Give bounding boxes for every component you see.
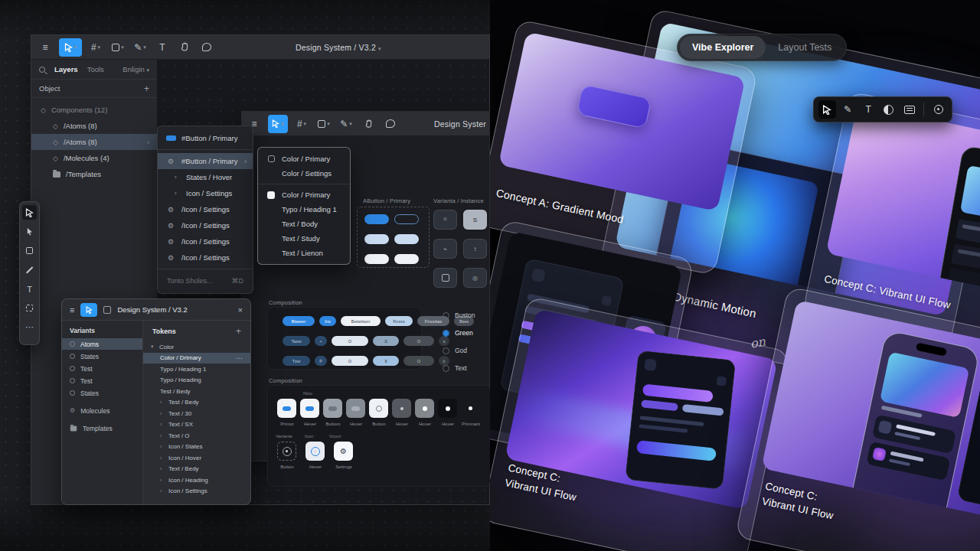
variant-tile[interactable]: ◎ bbox=[463, 268, 487, 288]
token-item[interactable]: ›Icon / Hover bbox=[143, 452, 250, 464]
token-item[interactable]: ›Test / Bedy bbox=[143, 397, 250, 409]
button-variant[interactable] bbox=[364, 214, 389, 224]
rail-item-test[interactable]: Test bbox=[62, 363, 142, 374]
shape-tool-button[interactable]: ▾ bbox=[315, 115, 332, 133]
variant-tile[interactable]: ⌗ bbox=[433, 210, 457, 230]
state-tile[interactable] bbox=[346, 399, 365, 418]
token-item-selected[interactable]: Color / Drimary⋯ bbox=[143, 353, 250, 364]
state-tile[interactable] bbox=[461, 399, 480, 418]
document-title[interactable]: Design System / V3.2 ▾ bbox=[296, 43, 381, 52]
pen-tool-button[interactable]: ✎▾ bbox=[132, 38, 149, 57]
comp-chip[interactable]: Rosss bbox=[385, 316, 413, 326]
menu-item-icon-settings[interactable]: ⚙/Icon / Settings bbox=[158, 217, 253, 233]
variant-tile[interactable] bbox=[433, 268, 457, 288]
rail-item-atoms[interactable]: Atoms bbox=[62, 338, 142, 350]
shape-tool-button[interactable]: ▾ bbox=[109, 38, 126, 57]
rectangle-tool-button[interactable] bbox=[22, 243, 37, 258]
comp-chip[interactable]: O bbox=[332, 356, 368, 366]
comp-chip[interactable]: Btween bbox=[283, 316, 315, 326]
menu-item-icon-settings[interactable]: ›Icon / Settings bbox=[158, 185, 253, 201]
state-tile[interactable] bbox=[438, 399, 457, 418]
comp-chip[interactable]: Betwrtson bbox=[341, 316, 381, 326]
token-item[interactable]: ›Icon / Settings bbox=[143, 486, 250, 497]
pencil-tool-button[interactable]: ✎ bbox=[839, 100, 857, 119]
toggle-layout-tests[interactable]: Layout Tests bbox=[766, 36, 844, 59]
submenu-item-text-lienon[interactable]: Text / Lienon bbox=[258, 246, 350, 260]
token-item[interactable]: Test / Bedy bbox=[143, 386, 250, 397]
tree-item-molecules[interactable]: ◇/Molecules (4) bbox=[31, 150, 157, 166]
rail-item-molecules[interactable]: ⚙Molecules bbox=[62, 405, 142, 416]
tree-item-templates[interactable]: /Templates bbox=[31, 166, 157, 182]
menu-item-icon-settings[interactable]: ⚙/Icon / Settings bbox=[158, 201, 253, 217]
more-tools-button[interactable]: ⋯ bbox=[22, 320, 37, 334]
submenu-item-color-primary-2[interactable]: Color / Primary bbox=[258, 187, 350, 202]
state-tile[interactable] bbox=[392, 399, 411, 418]
comment-tool-button[interactable] bbox=[198, 38, 215, 57]
submenu-item-text-body[interactable]: Text / Body bbox=[258, 217, 350, 231]
marquee-tool-button[interactable] bbox=[22, 301, 37, 315]
submenu-item-color-primary[interactable]: Color / Primary bbox=[258, 152, 350, 166]
state-tile[interactable] bbox=[300, 399, 319, 418]
radio-option[interactable]: Buston bbox=[443, 311, 475, 319]
comp-chip[interactable]: Tzet bbox=[283, 356, 310, 366]
more-icon[interactable]: ⋯ bbox=[236, 354, 243, 362]
token-item[interactable]: ›Text / Bedy bbox=[143, 464, 250, 475]
settings-button[interactable] bbox=[929, 100, 947, 119]
menu-item-states-hover[interactable]: ›States / Hover bbox=[158, 169, 253, 185]
submenu-item-color-settings[interactable]: Color / Settings bbox=[258, 166, 350, 181]
submenu-item-typo-heading[interactable]: Typo / Heading 1 bbox=[258, 202, 350, 217]
button-variant[interactable] bbox=[394, 234, 419, 244]
menu-item-button-primary-selected[interactable]: ⚙#Button / Primary› bbox=[158, 153, 253, 169]
select-tool-button[interactable] bbox=[22, 205, 37, 220]
select-tool-button[interactable]: ▾ bbox=[59, 38, 82, 57]
add-token-button[interactable]: + bbox=[236, 326, 241, 337]
rail-item-states[interactable]: States bbox=[62, 387, 142, 399]
select-tool-button[interactable] bbox=[80, 303, 97, 317]
contrast-tool-button[interactable] bbox=[880, 100, 898, 119]
menu-item-icon-settings[interactable]: ⚙/Icon / Settings bbox=[158, 249, 253, 266]
state-tile[interactable] bbox=[415, 399, 434, 418]
state-tile[interactable] bbox=[277, 399, 296, 418]
token-item[interactable]: ›Icon / Heading bbox=[143, 474, 250, 486]
state-tile[interactable] bbox=[369, 399, 388, 418]
toggle-vibe-explorer[interactable]: Vibe Explorer bbox=[680, 36, 766, 59]
comment-tool-button[interactable] bbox=[382, 115, 399, 133]
variant-tile[interactable]: ↕ bbox=[463, 239, 487, 259]
text-tool-button[interactable]: T bbox=[22, 282, 37, 296]
radio-option[interactable]: God bbox=[443, 347, 467, 354]
button-variant[interactable] bbox=[394, 214, 419, 224]
token-item[interactable]: ›Text / 30 bbox=[143, 408, 250, 419]
search-icon[interactable] bbox=[39, 67, 45, 73]
frame-tool-button[interactable]: #▾ bbox=[87, 38, 104, 57]
state-tile[interactable] bbox=[323, 399, 342, 418]
close-icon[interactable]: × bbox=[238, 305, 243, 315]
comp-chip[interactable]: O bbox=[403, 356, 434, 366]
icon-tile[interactable] bbox=[305, 442, 325, 461]
select-tool-button[interactable]: ▾ bbox=[268, 115, 288, 133]
icon-tile[interactable] bbox=[277, 442, 296, 461]
pen-tool-button[interactable]: ✎▾ bbox=[338, 115, 354, 133]
token-item[interactable]: Typo / Heading 1 bbox=[143, 364, 250, 375]
token-item[interactable]: ›Text / O bbox=[143, 430, 250, 442]
variant-tile[interactable]: ⌁ bbox=[433, 239, 457, 259]
menu-item-button-primary[interactable]: #Button / Primary bbox=[158, 130, 253, 146]
variant-tile-selected[interactable]: S bbox=[463, 210, 487, 230]
comp-chip[interactable]: 9 bbox=[373, 356, 399, 366]
icon-tile[interactable]: ⚙ bbox=[334, 442, 353, 461]
token-item[interactable]: Typo / Heading bbox=[143, 375, 250, 386]
radio-option-selected[interactable]: Green bbox=[443, 329, 473, 337]
select-tool-button[interactable] bbox=[818, 100, 836, 119]
comp-chip[interactable]: P bbox=[315, 356, 327, 366]
radio-option[interactable]: Text bbox=[443, 364, 467, 372]
submenu-item-text-study[interactable]: Text / Study bbox=[258, 231, 350, 246]
button-variant[interactable] bbox=[364, 254, 389, 264]
tab-layers[interactable]: Layers bbox=[54, 65, 78, 73]
comp-chip[interactable]: S bbox=[373, 336, 399, 346]
menu-footer-item[interactable]: Tonto Sholes...⌘D bbox=[158, 272, 253, 289]
token-item[interactable]: ›Text / SX bbox=[143, 419, 250, 431]
hand-tool-button[interactable] bbox=[360, 115, 377, 133]
menu-button[interactable]: ≡ bbox=[37, 38, 54, 57]
button-variant[interactable] bbox=[364, 234, 389, 244]
line-tool-button[interactable] bbox=[22, 262, 37, 277]
button-variant[interactable] bbox=[394, 254, 419, 264]
